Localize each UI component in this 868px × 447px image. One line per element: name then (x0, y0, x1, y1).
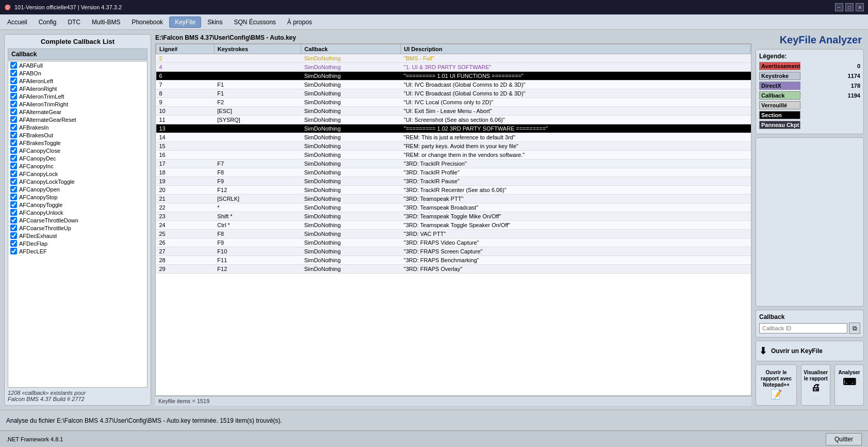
callback-checkbox[interactable] (10, 101, 17, 107)
callback-checkbox[interactable] (10, 85, 17, 92)
callback-list-item[interactable]: AFABFull (8, 61, 147, 69)
callback-list-item[interactable]: AFCanopyOpen (8, 185, 147, 193)
callback-checkbox[interactable] (10, 194, 17, 200)
table-row[interactable]: 13 SimDoNothing "========= 1.02 3RD PART… (156, 124, 751, 133)
callback-checkbox[interactable] (10, 170, 17, 177)
callback-list-item[interactable]: AFABOn (8, 69, 147, 77)
table-row[interactable]: 18 F8 SimDoNothing "3RD: TrackIR Profile… (156, 168, 751, 177)
callback-list-item[interactable]: AFBrakesOut (8, 131, 147, 139)
callback-checkbox[interactable] (10, 178, 17, 185)
callback-list-item[interactable]: AFCanopyUnlock (8, 209, 147, 216)
table-row[interactable]: 2 SimDoNothing "BMS - Full" (156, 54, 751, 63)
callback-list-item[interactable]: AFCanopyDec (8, 154, 147, 162)
table-row[interactable]: 15 SimDoNothing "REM: party keys. Avoid … (156, 142, 751, 151)
open-keyfile-button[interactable]: ⬇ Ouvrir un KeyFile (756, 341, 864, 361)
table-row[interactable]: 22 * SimDoNothing "3RD: Teamspeak Broadc… (156, 203, 751, 212)
callback-id-input[interactable] (759, 323, 847, 333)
callback-checkbox[interactable] (10, 132, 17, 138)
table-row[interactable]: 25 F8 SimDoNothing "3RD: VAC PTT" (156, 230, 751, 238)
callback-checkbox[interactable] (10, 108, 17, 115)
menu-sqn[interactable]: SQN Écussons (228, 17, 281, 27)
callback-list-item[interactable]: AFAlternateGear (8, 108, 147, 116)
menu-accueil[interactable]: Accueil (2, 17, 32, 27)
title-bar-controls[interactable]: − □ ✕ (835, 3, 864, 11)
callback-copy-button[interactable]: ⧉ (849, 323, 860, 334)
callback-list-item[interactable]: AFCanopyClose (8, 147, 147, 154)
callback-checkbox[interactable] (10, 62, 17, 69)
table-row[interactable]: 20 F12 SimDoNothing "3RD: TrackIR Recent… (156, 186, 751, 195)
callback-list-item[interactable]: AFBrakesIn (8, 123, 147, 131)
menu-config[interactable]: Config (34, 17, 62, 27)
analyze-button[interactable]: Analyser ⌨ (834, 364, 864, 406)
callback-list-item[interactable]: AFCoarseThrottleUp (8, 224, 147, 232)
callback-checkbox[interactable] (10, 186, 17, 193)
callback-list-item[interactable]: AFAileronRight (8, 85, 147, 92)
table-row[interactable]: 27 F10 SimDoNothing "3RD: FRAPS Screen C… (156, 247, 751, 256)
callback-list-item[interactable]: AFAlternateGearReset (8, 116, 147, 123)
cell-key (214, 72, 301, 81)
callback-list-item[interactable]: AFDecExhaust (8, 232, 147, 240)
callback-list-item[interactable]: AFBrakesToggle (8, 139, 147, 147)
callback-checkbox[interactable] (10, 240, 17, 247)
menu-apropos[interactable]: À propos (282, 17, 317, 27)
menu-multibms[interactable]: Multi-BMS (87, 17, 125, 27)
callback-checkbox[interactable] (10, 77, 17, 84)
table-row[interactable]: 8 F1 SimDoNothing "UI: IVC Broadcast (Gl… (156, 89, 751, 98)
callback-list-item[interactable]: AFCanopyToggle (8, 201, 147, 209)
callback-list-item[interactable]: AFCanopyInc (8, 162, 147, 170)
callback-checkbox[interactable] (10, 225, 17, 231)
callback-list-item[interactable]: AFDecLEF (8, 247, 147, 255)
table-row[interactable]: 9 F2 SimDoNothing "UI: IVC Local (Comms … (156, 98, 751, 107)
open-notepad-button[interactable]: Ouvrir le rapport avec Notepad++ 📝 (756, 364, 797, 406)
table-row[interactable]: 19 F9 SimDoNothing "3RD: TrackIR Pause" (156, 177, 751, 186)
callback-name: AFCanopyDec (19, 155, 56, 162)
table-row[interactable]: 10 [ESC] SimDoNothing "UI: Exit Sim - Le… (156, 107, 751, 116)
callback-list-item[interactable]: AFCanopyLockToggle (8, 178, 147, 185)
callback-checkbox[interactable] (10, 248, 17, 254)
callback-list[interactable]: AFABFull AFABOn AFAileronLeft AFAileronR… (8, 61, 148, 388)
menu-skins[interactable]: Skins (202, 17, 227, 27)
table-row[interactable]: 14 SimDoNothing "REM: This is just a ref… (156, 133, 751, 142)
visualize-report-button[interactable]: Visualiser le rapport 🖨 (801, 364, 830, 406)
callback-list-item[interactable]: AFCanopyLock (8, 170, 147, 178)
table-row[interactable]: 21 [SCRLK] SimDoNothing "3RD: Teamspeak … (156, 195, 751, 203)
callback-checkbox[interactable] (10, 70, 17, 76)
callback-name: AFBrakesOut (19, 132, 53, 138)
callback-list-item[interactable]: AFAileronTrimLeft (8, 92, 147, 100)
table-row[interactable]: 7 F1 SimDoNothing "UI: IVC Broadcast (Gl… (156, 81, 751, 89)
table-row[interactable]: 29 F12 SimDoNothing "3RD: FRAPS Overlay" (156, 265, 751, 274)
callback-checkbox[interactable] (10, 217, 17, 224)
callback-checkbox[interactable] (10, 232, 17, 239)
callback-checkbox[interactable] (10, 116, 17, 123)
callback-checkbox[interactable] (10, 93, 17, 100)
callback-checkbox[interactable] (10, 147, 17, 154)
table-row[interactable]: 26 F9 SimDoNothing "3RD: FRAPS Video Cap… (156, 238, 751, 247)
table-container[interactable]: Ligne# Keystrokes Callback UI Descriptio… (155, 43, 751, 396)
table-row[interactable]: 24 Ctrl * SimDoNothing "3RD: Teamspeak T… (156, 221, 751, 230)
callback-checkbox[interactable] (10, 209, 17, 216)
menu-dtc[interactable]: DTC (62, 17, 86, 27)
maximize-button[interactable]: □ (845, 3, 854, 11)
callback-list-item[interactable]: AFCanopyStop (8, 193, 147, 201)
callback-checkbox[interactable] (10, 201, 17, 208)
callback-list-item[interactable]: AFAileronTrimRight (8, 100, 147, 108)
callback-list-item[interactable]: AFDecFlap (8, 240, 147, 247)
minimize-button[interactable]: − (835, 3, 843, 11)
table-row[interactable]: 28 F11 SimDoNothing "3RD: FRAPS Benchmar… (156, 256, 751, 265)
quit-button[interactable]: Quitter (826, 433, 862, 445)
table-row[interactable]: 4 SimDoNothing "1. UI & 3RD PARTY SOFTWA… (156, 63, 751, 72)
table-row[interactable]: 16 SimDoNothing "REM: or change them in … (156, 151, 751, 159)
callback-list-item[interactable]: AFAileronLeft (8, 77, 147, 85)
callback-checkbox[interactable] (10, 163, 17, 169)
table-row[interactable]: 23 Shift * SimDoNothing "3RD: Teamspeak … (156, 212, 751, 221)
table-row[interactable]: 11 [SYSRQ] SimDoNothing "UI: Screenshot … (156, 116, 751, 124)
close-button[interactable]: ✕ (856, 3, 864, 11)
menu-keyfile[interactable]: KeyFile (169, 17, 201, 28)
table-row[interactable]: 6 SimDoNothing "========= 1.01 UI FUNCTI… (156, 72, 751, 81)
callback-list-item[interactable]: AFCoarseThrottleDown (8, 216, 147, 224)
callback-checkbox[interactable] (10, 155, 17, 162)
menu-phonebook[interactable]: Phonebook (126, 17, 168, 27)
table-row[interactable]: 17 F7 SimDoNothing "3RD: TrackIR Precisi… (156, 159, 751, 168)
callback-checkbox[interactable] (10, 139, 17, 146)
callback-checkbox[interactable] (10, 124, 17, 131)
